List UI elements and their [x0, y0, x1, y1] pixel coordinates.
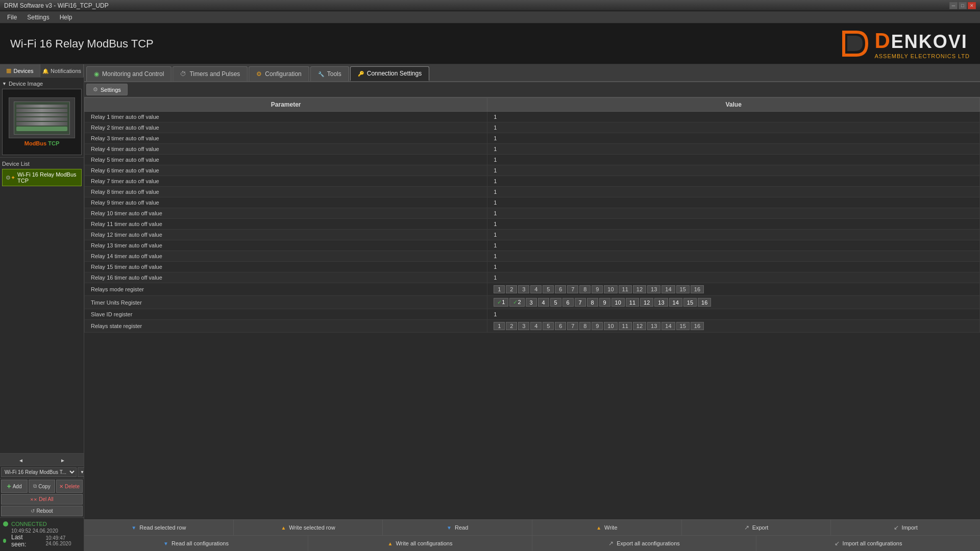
relay-button[interactable]: 16	[691, 285, 704, 293]
table-row[interactable]: Relay 14 timer auto off value1	[85, 251, 980, 262]
minimize-button[interactable]: ─	[949, 2, 958, 9]
read-all-button[interactable]: Read all configurations	[84, 536, 308, 551]
table-row[interactable]: Relay 10 timer auto off value1	[85, 208, 980, 219]
relay-button[interactable]: 6	[555, 285, 566, 293]
export-all-button[interactable]: Export all aconfigurations	[532, 536, 756, 551]
import-button[interactable]: Import	[831, 520, 980, 535]
relay-button[interactable]: 14	[662, 322, 675, 330]
copy-button[interactable]: Copy	[29, 480, 55, 493]
device-image-header[interactable]: ▼ Device Image	[2, 80, 82, 89]
relay-button-checked[interactable]: 7	[575, 298, 586, 307]
relay-button[interactable]: 13	[647, 322, 660, 330]
relay-button-checked[interactable]: ✓2	[509, 298, 524, 307]
relay-button-checked[interactable]: 16	[698, 298, 711, 307]
relay-button[interactable]: 10	[604, 285, 617, 293]
relay-button[interactable]: 7	[567, 285, 578, 293]
relay-button[interactable]: 9	[592, 285, 603, 293]
relay-button[interactable]: 9	[592, 322, 603, 330]
device-select-dropdown[interactable]: Wi-Fi 16 Relay ModBus T...	[1, 467, 77, 477]
relay-button[interactable]: 4	[530, 322, 542, 330]
sub-tab-settings[interactable]: Settings	[86, 84, 128, 95]
table-row[interactable]: Timer Units Register✓1✓23456789101112131…	[85, 296, 980, 309]
sidebar-nav-left[interactable]	[0, 454, 42, 466]
table-row[interactable]: Relay 3 timer auto off value1	[85, 133, 980, 144]
table-row[interactable]: Relay 13 timer auto off value1	[85, 240, 980, 251]
table-row[interactable]: Relay 4 timer auto off value1	[85, 144, 980, 155]
sidebar-tab-notifications[interactable]: Notifications	[40, 64, 84, 77]
maximize-button[interactable]: □	[959, 2, 967, 9]
tab-connection[interactable]: Connection Settings	[350, 66, 429, 81]
relay-button[interactable]: 3	[518, 322, 529, 330]
relay-button[interactable]: 10	[604, 322, 617, 330]
relay-button-checked[interactable]: 6	[562, 298, 574, 307]
relay-button[interactable]: 8	[579, 322, 591, 330]
del-all-button[interactable]: Del All	[1, 494, 83, 505]
table-row[interactable]: Relays mode register12345678910111213141…	[85, 283, 980, 296]
sidebar-tab-devices[interactable]: Devices	[0, 64, 40, 77]
relay-button[interactable]: 2	[506, 322, 517, 330]
tab-configuration[interactable]: Configuration	[249, 66, 309, 81]
relay-button[interactable]: 13	[647, 285, 660, 293]
relay-button-checked[interactable]: ✓1	[494, 298, 508, 307]
relay-button[interactable]: 8	[579, 285, 591, 293]
relay-button-checked[interactable]: 15	[683, 298, 697, 307]
read-selected-button[interactable]: Read selected row	[84, 520, 234, 535]
relay-button[interactable]: 15	[676, 322, 690, 330]
relay-button-checked[interactable]: 8	[587, 298, 598, 307]
relay-button-checked[interactable]: 5	[550, 298, 561, 307]
relay-button[interactable]: 5	[543, 285, 554, 293]
relay-button[interactable]: 11	[619, 285, 632, 293]
write-button[interactable]: Write	[532, 520, 682, 535]
relay-button-checked[interactable]: 12	[640, 298, 653, 307]
relay-button[interactable]: 3	[518, 285, 529, 293]
relay-button-checked[interactable]: 4	[538, 298, 549, 307]
relay-button-checked[interactable]: 10	[611, 298, 625, 307]
relay-button[interactable]: 6	[555, 322, 566, 330]
table-row[interactable]: Relay 1 timer auto off value1	[85, 112, 980, 122]
menu-help[interactable]: Help	[55, 13, 78, 22]
relay-button[interactable]: 11	[619, 322, 632, 330]
relay-button[interactable]: 5	[543, 322, 554, 330]
write-all-button[interactable]: Write all configurations	[308, 536, 532, 551]
relay-button[interactable]: 2	[506, 285, 517, 293]
import-all-button[interactable]: Import all configurations	[756, 536, 980, 551]
table-row[interactable]: Relay 7 timer auto off value1	[85, 176, 980, 187]
reboot-button[interactable]: Reboot	[1, 506, 83, 516]
tab-timers[interactable]: Timers and Pulses	[173, 66, 248, 81]
relay-button-checked[interactable]: 14	[669, 298, 682, 307]
relay-button-checked[interactable]: 3	[526, 298, 537, 307]
table-row[interactable]: Relay 8 timer auto off value1	[85, 187, 980, 197]
table-row[interactable]: Relay 5 timer auto off value1	[85, 155, 980, 165]
table-row[interactable]: Slave ID register1	[85, 309, 980, 320]
relay-button[interactable]: 12	[633, 285, 646, 293]
menu-settings[interactable]: Settings	[22, 13, 54, 22]
table-row[interactable]: Relay 6 timer auto off value1	[85, 165, 980, 176]
write-selected-button[interactable]: Write selected row	[234, 520, 383, 535]
relay-button[interactable]: 4	[530, 285, 542, 293]
tab-tools[interactable]: Tools	[310, 66, 349, 81]
relay-button[interactable]: 7	[567, 322, 578, 330]
tab-monitoring[interactable]: Monitoring and Control	[86, 66, 172, 81]
table-row[interactable]: Relay 2 timer auto off value1	[85, 122, 980, 133]
read-button[interactable]: Read	[383, 520, 532, 535]
table-container[interactable]: Parameter Value Relay 1 timer auto off v…	[84, 97, 980, 519]
sidebar-nav-right[interactable]	[42, 454, 84, 466]
add-button[interactable]: Add	[1, 480, 28, 493]
table-row[interactable]: Relay 15 timer auto off value1	[85, 262, 980, 272]
table-row[interactable]: Relay 11 timer auto off value1	[85, 219, 980, 230]
relay-button[interactable]: 12	[633, 322, 646, 330]
table-row[interactable]: Relay 9 timer auto off value1	[85, 197, 980, 208]
relay-button[interactable]: 16	[691, 322, 704, 330]
relay-button[interactable]: 14	[662, 285, 675, 293]
relay-button-checked[interactable]: 11	[626, 298, 639, 307]
table-row[interactable]: Relays state register1234567891011121314…	[85, 320, 980, 333]
relay-button[interactable]: 1	[494, 285, 505, 293]
relay-button-checked[interactable]: 9	[599, 298, 610, 307]
export-button[interactable]: Export	[682, 520, 831, 535]
menu-file[interactable]: File	[2, 13, 22, 22]
relay-button[interactable]: 1	[494, 322, 505, 330]
table-row[interactable]: Relay 12 timer auto off value1	[85, 230, 980, 240]
device-list-item[interactable]: ✦ Wi-Fi 16 Relay ModBus TCP	[2, 169, 82, 186]
delete-button[interactable]: Delete	[56, 480, 83, 493]
relay-button-checked[interactable]: 13	[654, 298, 668, 307]
